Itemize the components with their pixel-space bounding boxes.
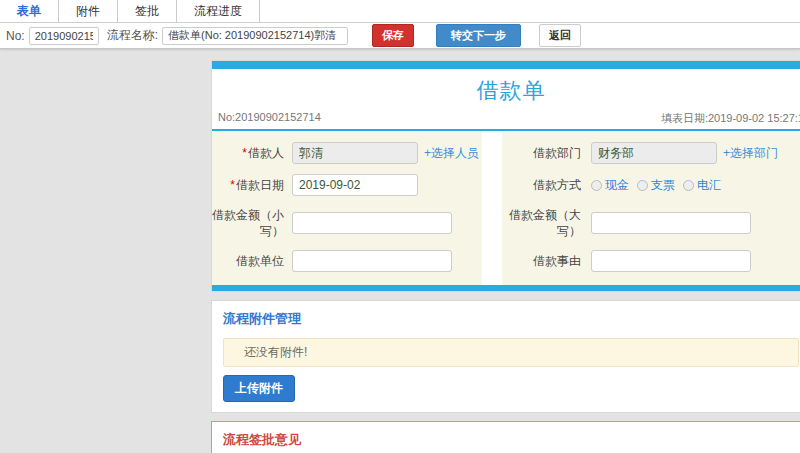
form-row-4: 借款单位 借款事由 <box>212 245 800 277</box>
reason-label: 借款事由 <box>501 253 591 269</box>
workspace: 借款单 No:20190902152714 填表日期:2019-09-02 15… <box>211 60 800 453</box>
flow-name-input[interactable] <box>162 27 348 45</box>
tab-bar: 表单 附件 签批 流程进度 <box>0 0 800 23</box>
radio-wire[interactable]: 电汇 <box>683 177 721 194</box>
method-label: 借款方式 <box>501 177 591 193</box>
unit-label: 借款单位 <box>212 253 292 269</box>
loan-form-panel: 借款单 No:20190902152714 填表日期:2019-09-02 15… <box>211 60 800 292</box>
required-mark: * <box>242 146 247 160</box>
form-meta-row: No:20190902152714 填表日期:2019-09-02 15:27:… <box>212 109 800 131</box>
form-row-3: 借款金额（小写） 借款金额（大写） <box>212 201 800 245</box>
approval-heading: 流程签批意见 <box>223 431 799 449</box>
upload-attachment-button[interactable]: 上传附件 <box>223 375 295 402</box>
form-row-2: *借款日期 借款方式 现金 支票 电汇 <box>212 169 800 201</box>
tab-approval[interactable]: 签批 <box>118 0 177 22</box>
radio-circle-icon <box>683 180 694 191</box>
attachment-heading: 流程附件管理 <box>223 310 799 328</box>
form-doc-no: No:20190902152714 <box>218 111 321 126</box>
form-fill-date: 填表日期:2019-09-02 15:27:1 <box>661 111 800 126</box>
radio-circle-icon <box>637 180 648 191</box>
loan-date-input[interactable] <box>292 174 418 196</box>
form-row-1: *借款人 +选择人员 借款部门 +选择部门 <box>212 137 800 169</box>
radio-cash[interactable]: 现金 <box>591 177 629 194</box>
tab-progress[interactable]: 流程进度 <box>177 0 260 22</box>
no-label: No: <box>6 29 25 43</box>
approval-panel: 流程签批意见 B I abc <box>211 421 800 453</box>
amount-upper-label: 借款金额（大写） <box>501 207 591 239</box>
back-button[interactable]: 返回 <box>539 24 581 47</box>
amount-lower-input[interactable] <box>292 212 452 234</box>
tab-form[interactable]: 表单 <box>0 0 59 22</box>
next-step-button[interactable]: 转交下一步 <box>436 24 521 47</box>
workflow-form-screen: 表单 附件 签批 流程进度 No: 流程名称: 保存 转交下一步 返回 借款单 … <box>0 0 800 453</box>
loan-date-label: *借款日期 <box>212 177 292 193</box>
select-department-link[interactable]: +选择部门 <box>723 145 778 162</box>
save-button[interactable]: 保存 <box>372 24 414 47</box>
reason-input[interactable] <box>591 250 751 272</box>
amount-upper-input[interactable] <box>591 212 751 234</box>
attachment-panel: 流程附件管理 还没有附件! 上传附件 <box>211 300 800 413</box>
select-person-link[interactable]: +选择人员 <box>424 145 479 162</box>
unit-input[interactable] <box>292 250 452 272</box>
form-top-bar <box>212 61 800 69</box>
tab-attachment[interactable]: 附件 <box>59 0 118 22</box>
flow-name-label: 流程名称: <box>107 27 158 44</box>
required-mark: * <box>230 178 235 192</box>
radio-cheque[interactable]: 支票 <box>637 177 675 194</box>
command-bar: No: 流程名称: 保存 转交下一步 返回 <box>0 23 800 49</box>
no-attachment-message: 还没有附件! <box>223 338 799 367</box>
department-input[interactable] <box>591 142 717 164</box>
form-bottom-bar <box>212 285 800 291</box>
form-body: *借款人 +选择人员 借款部门 +选择部门 *借款日期 <box>212 131 800 285</box>
borrower-label: *借款人 <box>212 145 292 161</box>
form-title: 借款单 <box>212 69 800 109</box>
department-label: 借款部门 <box>501 145 591 161</box>
radio-circle-icon <box>591 180 602 191</box>
no-input[interactable] <box>29 27 99 45</box>
method-radio-group: 现金 支票 电汇 <box>591 177 721 194</box>
borrower-input[interactable] <box>292 142 418 164</box>
amount-lower-label: 借款金额（小写） <box>212 207 292 239</box>
